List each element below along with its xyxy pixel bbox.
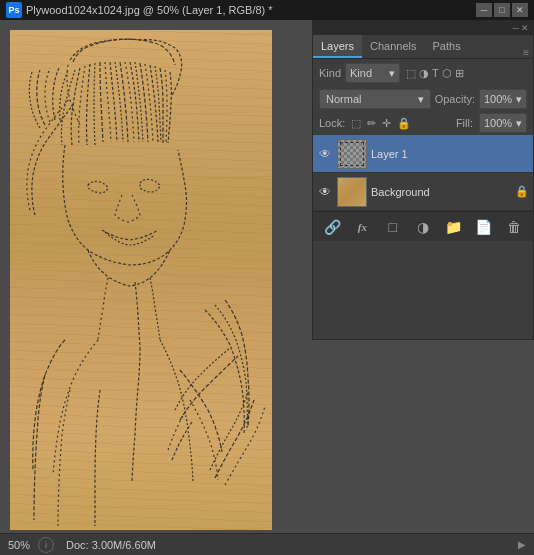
- delete-layer-button[interactable]: 🗑: [503, 216, 525, 238]
- panel-close-btn[interactable]: ✕: [521, 24, 529, 33]
- layer-thumbnail-background: [337, 177, 367, 207]
- tab-layers[interactable]: Layers: [313, 35, 362, 58]
- lock-position-icon[interactable]: ✛: [382, 117, 391, 130]
- panel-bottom-toolbar: 🔗 fx □ ◑ 📁 📄 🗑: [313, 211, 533, 241]
- title-bar: Ps Plywood1024x1024.jpg @ 50% (Layer 1, …: [0, 0, 534, 20]
- status-bar: 50% i Doc: 3.00M/6.60M ▶: [0, 533, 534, 555]
- status-info-icon[interactable]: i: [38, 537, 54, 553]
- timeline-play-icon[interactable]: ▶: [518, 539, 526, 550]
- kind-dropdown[interactable]: Kind ▾: [345, 63, 400, 83]
- blend-row: Normal ▾ Opacity: 100% ▾: [313, 87, 533, 111]
- panel-tabs: Layers Channels Paths ≡: [313, 35, 533, 59]
- kind-filter-icons: ⬚ ◑ T ⬡ ⊞: [406, 67, 464, 80]
- add-mask-button[interactable]: □: [382, 216, 404, 238]
- minimize-button[interactable]: ─: [476, 3, 492, 17]
- kind-shape-icon[interactable]: ⬡: [442, 67, 452, 80]
- new-layer-button[interactable]: 📄: [473, 216, 495, 238]
- layer-name-background: Background: [371, 186, 511, 198]
- opacity-label: Opacity:: [435, 93, 475, 105]
- canvas-image: [10, 30, 272, 530]
- engraving-overlay: [10, 30, 272, 530]
- layer-thumb-dashed: [340, 142, 364, 166]
- layers-panel: ─ ✕ Layers Channels Paths ≡ Kind Kind ▾ …: [312, 20, 534, 340]
- layer-lock-icon-background: 🔒: [515, 185, 529, 198]
- lock-label: Lock:: [319, 117, 345, 129]
- kind-smart-icon[interactable]: ⊞: [455, 67, 464, 80]
- kind-adjust-icon[interactable]: ◑: [419, 67, 429, 80]
- tab-channels[interactable]: Channels: [362, 35, 424, 58]
- link-layers-button[interactable]: 🔗: [321, 216, 343, 238]
- layer-item-background[interactable]: 👁 Background 🔒: [313, 173, 533, 211]
- window-controls[interactable]: ─ □ ✕: [476, 3, 528, 17]
- layer-name-layer1: Layer 1: [371, 148, 529, 160]
- kind-label: Kind: [319, 67, 341, 79]
- doc-info: Doc: 3.00M/6.60M: [66, 539, 156, 551]
- blend-mode-dropdown[interactable]: Normal ▾: [319, 89, 431, 109]
- layer-thumbnail-layer1: [337, 139, 367, 169]
- opacity-input[interactable]: 100% ▾: [479, 89, 527, 109]
- new-group-button[interactable]: 📁: [442, 216, 464, 238]
- layer-item-layer1[interactable]: 👁 Layer 1: [313, 135, 533, 173]
- adjustment-layer-button[interactable]: ◑: [412, 216, 434, 238]
- maximize-button[interactable]: □: [494, 3, 510, 17]
- layer-visibility-layer1[interactable]: 👁: [317, 146, 333, 162]
- zoom-level: 50%: [8, 539, 30, 551]
- ps-logo: Ps: [6, 2, 22, 18]
- title-bar-left: Ps Plywood1024x1024.jpg @ 50% (Layer 1, …: [6, 2, 273, 18]
- fill-input[interactable]: 100% ▾: [479, 113, 527, 133]
- fill-label: Fill:: [456, 117, 473, 129]
- kind-pixel-icon[interactable]: ⬚: [406, 67, 416, 80]
- panel-collapse-btn[interactable]: ─: [513, 24, 519, 33]
- tab-paths[interactable]: Paths: [425, 35, 469, 58]
- window-title: Plywood1024x1024.jpg @ 50% (Layer 1, RGB…: [26, 4, 273, 16]
- panel-menu-icon[interactable]: ≡: [523, 47, 529, 58]
- panel-drag-bar[interactable]: ─ ✕: [313, 21, 533, 35]
- canvas-area: ─ ✕ Layers Channels Paths ≡ Kind Kind ▾ …: [0, 20, 534, 533]
- lock-row: Lock: ⬚ ✏ ✛ 🔒 Fill: 100% ▾: [313, 111, 533, 135]
- lock-pixels-icon[interactable]: ✏: [367, 117, 376, 130]
- layer-effects-button[interactable]: fx: [351, 216, 373, 238]
- lock-all-icon[interactable]: 🔒: [397, 117, 411, 130]
- layers-list: 👁 Layer 1 👁 Background 🔒: [313, 135, 533, 211]
- kind-text-icon[interactable]: T: [432, 67, 439, 80]
- close-button[interactable]: ✕: [512, 3, 528, 17]
- kind-row: Kind Kind ▾ ⬚ ◑ T ⬡ ⊞: [313, 59, 533, 87]
- lock-transparent-icon[interactable]: ⬚: [351, 117, 361, 130]
- layer-visibility-background[interactable]: 👁: [317, 184, 333, 200]
